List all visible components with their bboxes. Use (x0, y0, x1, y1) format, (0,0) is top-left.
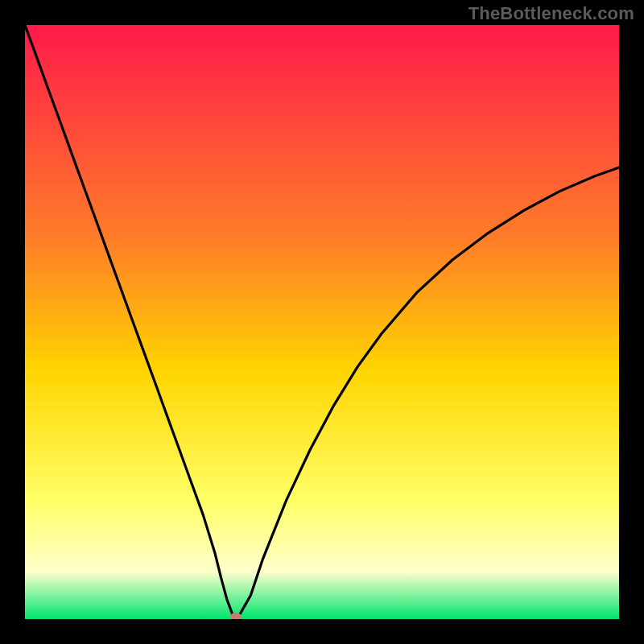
chart-plot (25, 25, 619, 619)
watermark-text: TheBottleneck.com (469, 3, 634, 24)
outer-frame: TheBottleneck.com (0, 0, 644, 644)
chart-svg (25, 25, 619, 619)
chart-background (25, 25, 619, 619)
